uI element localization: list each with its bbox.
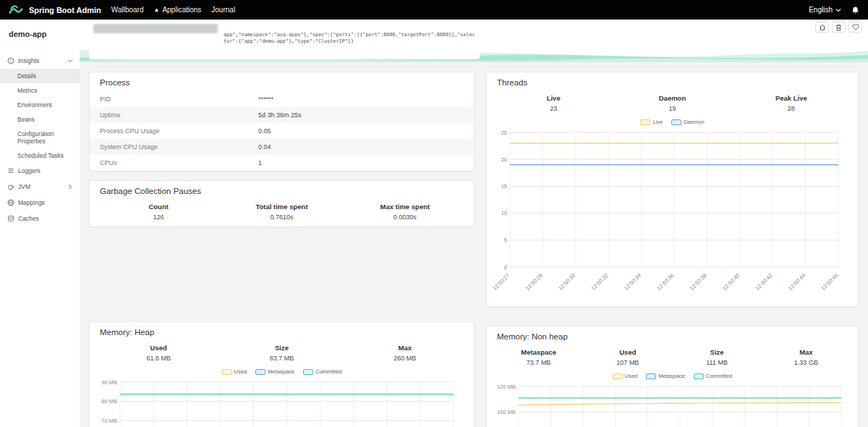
legend-label: Committed <box>706 373 732 379</box>
sidebar-item-jvm[interactable]: JVM <box>0 179 80 195</box>
sidebar-item-scheduled-tasks[interactable]: Scheduled Tasks <box>0 148 80 163</box>
process-table: PID ****** Uptime 5d 3h 36m 25s Process … <box>90 91 474 171</box>
delete-button[interactable] <box>832 22 846 33</box>
nav-applications[interactable]: ▲ Applications <box>153 6 201 14</box>
legend-item-daemon[interactable]: Daemon <box>671 119 704 125</box>
sidebar-item-mappings[interactable]: Mappings <box>0 195 80 211</box>
svg-text:12:50:34: 12:50:34 <box>623 272 642 292</box>
sidebar: demo-app Insights Details Metrics Enviro… <box>0 20 80 427</box>
stat-max-time: Max time spent 0.0030s <box>344 203 467 221</box>
svg-text:80 MB: 80 MB <box>101 398 117 405</box>
stat-label: Used <box>583 348 672 356</box>
redacted-text <box>93 24 218 33</box>
row-label: CPUs <box>90 155 251 171</box>
sidebar-item-beans[interactable]: Beans <box>0 112 80 127</box>
table-row: Uptime 5d 3h 36m 25s <box>90 107 474 123</box>
legend-item-committed[interactable]: Committed <box>303 368 341 375</box>
content-area: app","namespace":"asa-apps"},"spec":{"po… <box>80 20 868 427</box>
legend-item-used[interactable]: Used <box>613 373 638 379</box>
legend-item-committed[interactable]: Committed <box>694 373 732 379</box>
language-label: English <box>809 6 833 14</box>
stat-daemon: Daemon 19 <box>613 94 731 112</box>
sidebar-item-metrics[interactable]: Metrics <box>0 83 80 98</box>
heap-chart-legend: UsedMetaspaceCommitted <box>90 368 474 378</box>
sidebar-item-loggers[interactable]: Loggers <box>0 163 80 179</box>
stat-max: Max 1.33 GB <box>762 348 851 366</box>
legend-swatch <box>671 119 681 125</box>
threads-chart: 252015105012:50:2712:50:2812:50:3012:50:… <box>487 128 858 306</box>
legend-label: Daemon <box>684 119 704 125</box>
legend-item-metaspace[interactable]: Metaspace <box>255 368 294 375</box>
app-name: demo-app <box>0 27 80 53</box>
sidebar-item-insights[interactable]: Insights <box>0 53 80 69</box>
spring-boot-admin-logo-icon[interactable] <box>9 4 23 15</box>
legend-swatch <box>646 373 656 379</box>
nav-journal[interactable]: Journal <box>211 6 235 14</box>
svg-text:12:50:30: 12:50:30 <box>557 272 576 292</box>
stat-label: Size <box>220 344 343 352</box>
stat-size: Size 111 MB <box>673 348 762 366</box>
legend-label: Committed <box>315 368 341 375</box>
stat-label: Live <box>494 94 613 102</box>
stat-peak-live: Peak Live 28 <box>732 94 851 112</box>
stat-value: 61.6 MB <box>97 355 220 362</box>
legend-item-metaspace[interactable]: Metaspace <box>646 373 685 379</box>
sidebar-item-label: Mappings <box>18 199 45 206</box>
warning-triangle-icon: ▲ <box>153 7 159 13</box>
favorite-button[interactable] <box>848 22 862 33</box>
threads-chart-legend: LiveDaemon <box>487 118 858 128</box>
stat-count: Count 126 <box>97 203 220 221</box>
nav-wallboard[interactable]: Wallboard <box>111 6 144 14</box>
database-icon <box>7 215 14 222</box>
nonheap-chart-legend: UsedMetaspaceCommitted <box>487 372 858 382</box>
chevron-down-icon <box>835 7 841 13</box>
sidebar-item-environment[interactable]: Environment <box>0 98 80 112</box>
brand-title[interactable]: Spring Boot Admin <box>29 6 101 14</box>
row-value: 0.05 <box>251 123 278 139</box>
table-row: Process CPU Usage 0.05 <box>90 123 474 139</box>
instance-metadata-panel: app","namespace":"asa-apps"},"spec":{"po… <box>89 20 480 59</box>
stat-label: Peak Live <box>732 94 851 102</box>
svg-text:15: 15 <box>501 183 507 190</box>
heap-card-title: Memory: Heap <box>90 322 474 341</box>
stat-label: Size <box>673 348 762 356</box>
sidebar-item-caches[interactable]: Caches <box>0 211 80 227</box>
stat-label: Max <box>344 344 467 352</box>
gc-card-title: Garbage Collection Pauses <box>90 181 474 200</box>
stat-label: Max time spent <box>344 203 467 211</box>
stat-used: Used 61.6 MB <box>97 344 220 362</box>
threads-card-title: Threads <box>487 72 858 91</box>
language-selector[interactable]: English <box>809 6 841 14</box>
gc-stats: Count 126 Total time spent 0.7610s Max t… <box>90 200 474 227</box>
memory-nonheap-card: Memory: Non heap Metaspace 73.7 MB Used … <box>486 326 859 427</box>
sidebar-item-label: Caches <box>18 215 39 222</box>
svg-text:5: 5 <box>504 237 507 243</box>
chevron-down-icon <box>67 58 73 64</box>
row-label: System CPU Usage <box>90 139 251 155</box>
nonheap-stats: Metaspace 73.7 MB Used 107 MB Size 111 M… <box>487 345 858 372</box>
legend-swatch <box>255 369 265 375</box>
home-button[interactable] <box>815 22 829 33</box>
legend-item-live[interactable]: Live <box>640 119 663 125</box>
stat-value: 0.0030s <box>344 214 467 221</box>
sidebar-item-configuration-properties[interactable]: Configuration Properties <box>0 127 80 148</box>
stat-size: Size 83.7 MB <box>220 344 343 362</box>
heap-chart: 90 MB80 MB70 MB60 MB50 MB <box>90 378 474 427</box>
sidebar-item-label: JVM <box>18 183 30 190</box>
legend-item-used[interactable]: Used <box>222 368 247 375</box>
svg-text:12:50:38: 12:50:38 <box>689 272 708 292</box>
home-icon <box>819 24 826 31</box>
nonheap-chart: 120 MB100 MB80 MB <box>487 382 858 427</box>
process-card: Process PID ****** Uptime 5d 3h 36m 25s … <box>89 72 475 172</box>
row-label: Process CPU Usage <box>90 123 251 139</box>
svg-text:12:50:36: 12:50:36 <box>655 272 675 292</box>
stat-total-time: Total time spent 0.7610s <box>220 203 343 221</box>
stat-value: 28 <box>732 105 851 112</box>
header-actions <box>815 22 862 33</box>
sidebar-item-details[interactable]: Details <box>0 69 80 83</box>
svg-text:25: 25 <box>501 130 507 136</box>
stat-label: Used <box>97 344 220 352</box>
notifications-bell-icon[interactable] <box>851 6 859 14</box>
legend-swatch <box>613 373 623 379</box>
svg-text:12:50:32: 12:50:32 <box>590 272 610 292</box>
